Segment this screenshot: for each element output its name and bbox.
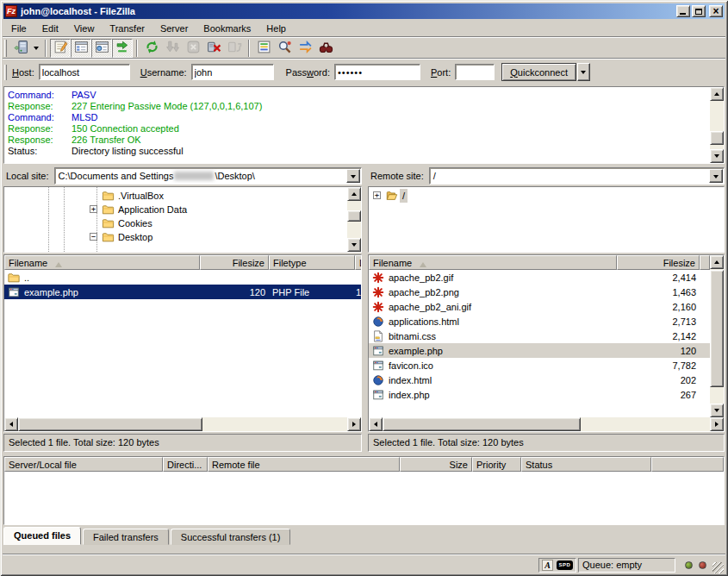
disconnect-icon [207, 40, 221, 56]
filename-cell: applications.html [369, 316, 617, 328]
toggle-local-tree-button[interactable] [71, 39, 91, 58]
tree-item-root[interactable]: +/ [369, 189, 724, 203]
folder-open-icon [385, 190, 398, 205]
scroll-thumb[interactable] [347, 210, 361, 222]
scroll-down-button[interactable] [347, 238, 361, 252]
resize-grip[interactable] [712, 562, 724, 573]
menu-help[interactable]: Help [258, 21, 294, 36]
host-input[interactable] [39, 64, 130, 80]
tree-item-application-data[interactable]: +Application Data [4, 203, 347, 216]
scroll-left-button[interactable] [369, 417, 383, 431]
local-tree-scrollbar[interactable] [347, 187, 361, 252]
reconnect-button[interactable] [224, 39, 245, 58]
file-row-apache-pb2-png[interactable]: apache_pb2.png1,463 [369, 285, 710, 299]
log-scrollbar[interactable] [710, 87, 724, 163]
scroll-up-button[interactable] [710, 255, 724, 269]
toolbar-grip[interactable] [4, 65, 7, 80]
password-input[interactable] [334, 64, 420, 80]
menu-transfer[interactable]: Transfer [102, 21, 152, 36]
tree-item-cookies[interactable]: Cookies [4, 216, 347, 230]
title-bar[interactable]: Fz john@localhost - FileZilla × [3, 3, 725, 19]
file-row-applications-html[interactable]: applications.html2,713 [369, 314, 710, 329]
file-row-bitnami-css[interactable]: bitnami.css2,142 [369, 329, 710, 343]
scroll-thumb[interactable] [18, 417, 202, 431]
toolbar-separator [136, 40, 138, 57]
column-header-filename[interactable]: Filename [369, 255, 617, 270]
scroll-down-button[interactable] [710, 404, 724, 417]
synchronized-browsing-button[interactable] [295, 39, 315, 58]
remote-directory-tree: +/ [368, 186, 725, 253]
tab-queued-files[interactable]: Queued files [3, 527, 81, 545]
menu-bookmarks[interactable]: Bookmarks [196, 21, 258, 36]
column-header-filetype[interactable]: Filetype [269, 255, 355, 270]
column-header-filename[interactable]: Filename [4, 255, 200, 270]
username-input[interactable] [191, 64, 274, 80]
toggle-remote-tree-button[interactable] [91, 39, 112, 58]
scroll-left-button[interactable] [4, 417, 18, 431]
file-row--[interactable]: .. [4, 270, 361, 285]
minimize-button[interactable] [676, 5, 690, 17]
queue-column-directi-[interactable]: Directi... [163, 457, 208, 472]
file-row-example-php[interactable]: example.php120 [369, 343, 710, 358]
menu-server[interactable]: Server [152, 21, 196, 36]
collapse-icon[interactable]: − [90, 233, 97, 241]
local-list-hscrollbar[interactable] [4, 417, 361, 431]
scroll-down-button[interactable] [710, 149, 724, 163]
quickconnect-dropdown-button[interactable] [577, 63, 590, 81]
toolbar-grip[interactable] [4, 40, 7, 57]
cancel-operation-button[interactable] [183, 39, 203, 58]
scroll-thumb[interactable] [710, 270, 724, 387]
scroll-right-button[interactable] [347, 417, 361, 431]
file-row-index-php[interactable]: index.php267 [369, 387, 710, 402]
toggle-transfer-queue-button[interactable] [112, 39, 133, 58]
close-button[interactable]: × [709, 5, 723, 17]
scroll-right-button[interactable] [710, 417, 724, 431]
tab-failed-transfers[interactable]: Failed transfers [83, 529, 169, 545]
remote-path-combo[interactable]: / [429, 167, 725, 185]
port-input[interactable] [455, 64, 495, 80]
remote-path-dropdown-button[interactable] [709, 169, 723, 183]
process-queue-button[interactable] [162, 39, 183, 58]
toggle-message-log-button[interactable] [50, 39, 71, 58]
column-header-l[interactable]: L [355, 255, 362, 270]
scroll-up-button[interactable] [710, 87, 724, 101]
scroll-thumb[interactable] [710, 131, 724, 145]
tree-item--virtualbox[interactable]: .VirtualBox [4, 189, 347, 203]
remote-list-hscrollbar[interactable] [369, 417, 724, 431]
queue-column-remote-file[interactable]: Remote file [208, 457, 400, 472]
file-row-apache-pb2-gif[interactable]: apache_pb2.gif2,414 [369, 270, 710, 285]
refresh-button[interactable] [141, 39, 162, 58]
site-manager-dropdown-button[interactable] [31, 39, 41, 58]
remote-list-scrollbar[interactable] [710, 255, 724, 417]
expand-icon[interactable]: + [90, 205, 97, 213]
directory-comparison-button[interactable] [274, 39, 295, 58]
scroll-up-button[interactable] [347, 187, 361, 201]
tab-successful-transfers-1-[interactable]: Successful transfers (1) [171, 529, 291, 545]
filetype-cell: PHP File [269, 287, 355, 297]
menu-file[interactable]: File [3, 21, 34, 36]
local-path-dropdown-button[interactable] [346, 169, 360, 183]
file-row-apache-pb2-ani-gif[interactable]: apache_pb2_ani.gif2,160 [369, 299, 710, 314]
queue-column-server-local-file[interactable]: Server/Local file [4, 457, 163, 472]
file-row-favicon-ico[interactable]: favicon.ico7,782 [369, 358, 710, 373]
log-line: Response:226 Transfer OK [8, 135, 708, 146]
queue-column-status[interactable]: Status [521, 457, 651, 472]
column-header-filesize[interactable]: Filesize [617, 255, 700, 270]
column-header-filesize[interactable]: Filesize [200, 255, 269, 270]
expand-icon[interactable]: + [373, 191, 381, 199]
file-row-index-html[interactable]: index.html202 [369, 373, 710, 387]
menu-view[interactable]: View [66, 21, 103, 36]
scroll-thumb[interactable] [383, 417, 581, 431]
disconnect-button[interactable] [203, 39, 224, 58]
tree-item-desktop[interactable]: −Desktop [4, 230, 347, 244]
queue-column-priority[interactable]: Priority [472, 457, 521, 472]
filter-button[interactable] [253, 39, 274, 58]
queue-column-size[interactable]: Size [400, 457, 472, 472]
menu-edit[interactable]: Edit [34, 21, 66, 36]
maximize-button[interactable] [692, 5, 706, 17]
speed-limit-icon[interactable]: SPD [557, 560, 573, 570]
find-files-button[interactable] [315, 39, 336, 58]
site-manager-button[interactable] [10, 39, 31, 58]
local-path-combo[interactable]: C:\Documents and Settings \Desktop\ [54, 167, 362, 185]
file-row-example-php[interactable]: example.php120PHP File1 [4, 285, 361, 299]
